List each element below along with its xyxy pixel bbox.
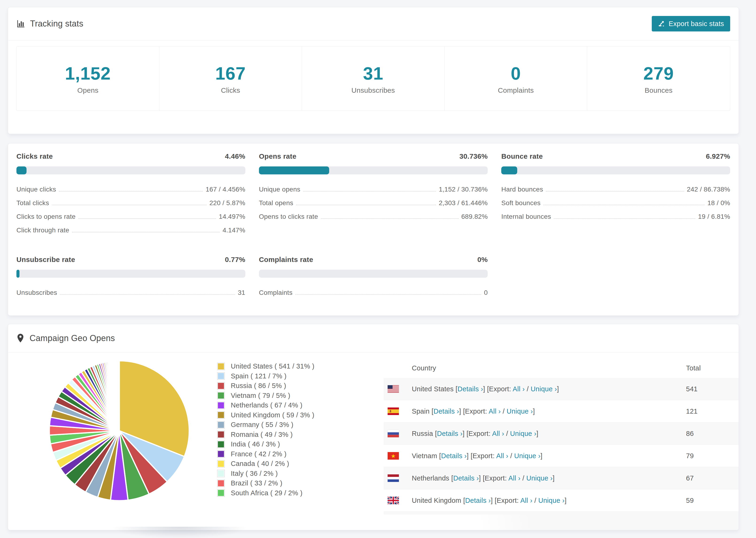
dotted-leader [79,218,216,219]
rate-title: Clicks rate [17,152,53,160]
legend-label: Russia ( 86 / 5% ) [231,382,286,390]
legend-label: Brazil ( 33 / 2% ) [231,479,283,487]
legend-item-canada: Canada ( 40 / 2% ) [217,459,314,469]
dotted-leader [296,295,481,295]
country-cell: United Kingdom [Details ›] [Export: All … [384,497,686,505]
details-link[interactable]: Details › [437,430,462,437]
legend-swatch [217,480,225,487]
geo-table-row-nl: Netherlands [Details ›] [Export: All › /… [384,467,739,489]
geo-opens-pie-chart[interactable] [43,355,195,507]
export-unique-link[interactable]: Unique › [510,430,536,437]
detail-value: 689.82% [461,212,488,221]
detail-row: Internal bounces19 / 6.81% [501,212,730,226]
dotted-leader [60,295,235,295]
slash-text: / [501,407,507,415]
detail-row: Unique opens1,152 / 30.736% [259,185,488,198]
country-cell [384,521,686,524]
rate-title: Bounce rate [501,152,543,160]
stat-value: 167 [215,63,246,83]
geo-title-text: Campaign Geo Opens [29,333,115,343]
column-header-total: Total [686,364,739,372]
rate-panel-complaints-rate: Complaints rate0%Complaints0 [259,256,488,301]
rate-title: Opens rate [259,152,297,160]
country-name: United Kingdom [ [412,497,465,504]
flag-russia [388,430,399,437]
legend-label: Germany ( 55 / 3% ) [231,421,294,429]
export-unique-link[interactable]: Unique › [507,407,533,415]
detail-label: Unsubscribes [17,288,57,297]
rate-value: 30.736% [459,152,488,160]
stat-box-clicks: 167Clicks [159,47,302,111]
rate-detail-rows: Complaints0 [259,288,488,301]
rate-title: Unsubscribe rate [17,256,75,264]
export-unique-link[interactable]: Unique › [531,385,557,393]
legend-label: South Africa ( 29 / 2% ) [231,489,302,497]
rate-progress-track [259,270,488,278]
rate-progress-track [17,166,245,174]
country-name: Russia [ [412,430,437,437]
details-link[interactable]: Details › [433,407,459,415]
legend-item-germany: Germany ( 55 / 3% ) [217,420,314,430]
legend-label: Romania ( 49 / 3% ) [231,431,293,439]
country-flag-gb [388,497,399,504]
country-cell: Netherlands [Details ›] [Export: All › /… [384,474,686,482]
rate-panel-clicks-rate: Clicks rate4.46%Unique clicks167 / 4.456… [17,152,245,239]
legend-swatch [217,460,225,467]
slash-text: / [532,497,538,504]
geo-table-row-gb: United Kingdom [Details ›] [Export: All … [384,489,739,512]
geo-card-title: Campaign Geo Opens [17,333,115,343]
export-all-link[interactable]: All › [520,497,532,504]
bracket-text: ] [Export: [483,385,513,393]
details-link[interactable]: Details › [465,497,491,504]
legend-item-italy: Italy ( 36 / 2% ) [217,469,314,479]
total-value: 541 [686,385,739,393]
rate-progress-track [17,270,245,278]
details-link[interactable]: Details › [441,452,467,459]
stat-box-bounces: 279Bounces [587,47,730,111]
details-link[interactable]: Details › [453,474,479,482]
export-all-link[interactable]: All › [492,430,504,437]
detail-row: Total opens2,303 / 61.446% [259,198,488,212]
detail-row: Hard bounces242 / 86.738% [501,185,730,198]
detail-value: 0 [484,288,488,297]
bracket-text: ] [565,497,567,504]
export-all-link[interactable]: All › [496,452,508,459]
stat-box-complaints: 0Complaints [445,47,587,111]
rates-card: Clicks rate4.46%Unique clicks167 / 4.456… [8,143,739,316]
detail-value: 220 / 5.87% [209,198,245,208]
export-unique-link[interactable]: Unique › [526,474,553,482]
rate-value: 6.927% [706,152,730,160]
bracket-text: ] [533,407,535,415]
rate-panel-bounce-rate: Bounce rate6.927%Hard bounces242 / 86.73… [501,152,730,239]
detail-value: 4.147% [223,226,245,235]
country-name-and-links: Russia [Details ›] [Export: All › / Uniq… [412,430,538,438]
tracking-card-header: Tracking stats Export basic stats [8,7,739,40]
export-all-link[interactable]: All › [508,474,520,482]
export-unique-link[interactable]: Unique › [538,497,565,504]
legend-item-india: India ( 46 / 3% ) [217,439,314,449]
legend-swatch [217,411,225,419]
country-flag-es [388,407,399,415]
legend-swatch [217,470,225,477]
geo-content: United States ( 541 / 31% )Spain ( 121 /… [8,352,739,530]
export-unique-link[interactable]: Unique › [514,452,540,459]
rate-head: Bounce rate6.927% [501,152,730,160]
pie-slice-other-44[interactable] [119,361,119,431]
tracking-title-text: Tracking stats [30,19,83,28]
detail-row: Soft bounces18 / 0% [501,198,730,212]
legend-swatch [217,382,225,390]
details-link[interactable]: Details › [458,385,483,393]
country-flag-us [388,385,399,393]
flag-united-kingdom [388,497,399,504]
stats-strip: 1,152Opens167Clicks31Unsubscribes0Compla… [17,46,730,111]
export-all-link[interactable]: All › [513,385,525,393]
detail-label: Complaints [259,288,293,297]
legend-label: India ( 46 / 3% ) [231,440,280,448]
export-basic-stats-button[interactable]: Export basic stats [652,16,730,31]
rate-detail-rows: Hard bounces242 / 86.738%Soft bounces18 … [501,185,730,226]
detail-value: 14.497% [219,212,245,221]
country-name-and-links: Spain [Details ›] [Export: All › / Uniqu… [412,407,535,415]
export-all-link[interactable]: All › [489,407,501,415]
stat-label: Clicks [221,86,240,94]
legend-item-russia: Russia ( 86 / 5% ) [217,381,314,391]
